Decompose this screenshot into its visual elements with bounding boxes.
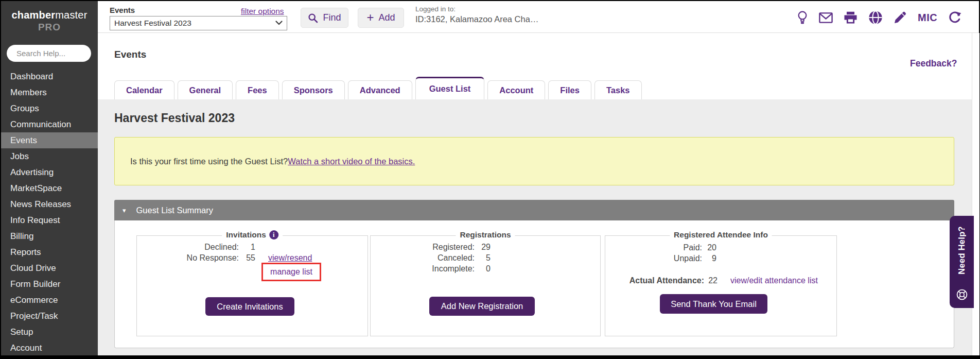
create-invitations-button[interactable]: Create Invitations <box>205 297 294 316</box>
incomplete-label: Incomplete: <box>371 264 475 273</box>
lightbulb-icon[interactable] <box>797 10 808 25</box>
info-icon[interactable]: i <box>269 230 278 240</box>
filter-options-link[interactable]: filter options <box>241 7 288 16</box>
sidebar-item-account[interactable]: Account <box>1 340 98 356</box>
sidebar-item-reports[interactable]: Reports <box>1 244 98 260</box>
tab-account[interactable]: Account <box>487 80 545 99</box>
chevron-down-icon <box>275 21 283 25</box>
feedback-link[interactable]: Feedback? <box>910 58 964 69</box>
manage-list-link[interactable]: manage list <box>270 267 312 277</box>
app-logo: chambermaster <box>1 9 98 21</box>
help-search-box <box>7 45 91 62</box>
declined-row: Declined: 1 <box>137 243 255 252</box>
event-select-value: Harvest Festival 2023 <box>114 19 191 28</box>
paid-value: 20 <box>702 243 716 252</box>
actual-attendance-row: Actual Attendance: 22 view/edit attendan… <box>605 276 818 285</box>
topbar-icon-row: MIC <box>797 8 961 27</box>
mic-association-label[interactable]: MIC <box>918 12 937 24</box>
registered-row: Registered: 29 <box>371 243 491 252</box>
watch-video-link[interactable]: Watch a short video of the basics. <box>288 157 415 166</box>
need-help-label: Need Help? <box>957 226 967 275</box>
paid-row: Paid: 20 <box>605 243 716 252</box>
globe-icon[interactable] <box>868 10 883 25</box>
sidebar-item-jobs[interactable]: Jobs <box>1 148 98 164</box>
unpaid-label: Unpaid: <box>605 254 702 263</box>
registered-value: 29 <box>475 243 491 252</box>
attendee-info-legend: Registered Attendee Info <box>670 230 772 240</box>
sidebar-item-form-builder[interactable]: Form Builder <box>1 276 98 292</box>
help-search-input[interactable] <box>15 48 84 58</box>
print-icon[interactable] <box>844 11 857 24</box>
logo-pro-text: PRO <box>1 22 98 33</box>
invitations-fieldset: Invitations i Declined: 1 No Response: 5… <box>136 235 368 336</box>
registrations-fieldset: Registrations Registered: 29 Canceled: 5… <box>370 235 601 336</box>
registrations-legend-text: Registrations <box>460 230 511 240</box>
view-resend-link[interactable]: view/resend <box>268 253 312 263</box>
sidebar-item-marketspace[interactable]: MarketSpace <box>1 180 98 196</box>
tab-bar: Calendar General Fees Sponsors Advanced … <box>114 78 642 99</box>
sidebar-item-groups[interactable]: Groups <box>1 100 98 116</box>
sidebar-item-billing[interactable]: Billing <box>1 228 98 244</box>
send-thank-you-email-button[interactable]: Send Thank You Email <box>660 294 767 314</box>
plus-icon: + <box>366 11 374 24</box>
attendee-info-legend-text: Registered Attendee Info <box>674 230 768 240</box>
guest-list-summary-panel: Invitations i Declined: 1 No Response: 5… <box>114 220 954 348</box>
add-new-registration-button[interactable]: Add New Registration <box>429 297 535 316</box>
attendee-info-fieldset: Registered Attendee Info Paid: 20 Unpaid… <box>605 235 837 336</box>
paid-label: Paid: <box>605 243 702 252</box>
sidebar-item-dashboard[interactable]: Dashboard <box>1 69 98 84</box>
need-help-tab[interactable]: Need Help? <box>950 216 974 308</box>
tab-general[interactable]: General <box>178 80 233 99</box>
tab-files[interactable]: Files <box>548 80 591 99</box>
sidebar-item-news-releases[interactable]: News Releases <box>1 196 98 212</box>
no-response-row: No Response: 55 <box>137 253 255 263</box>
invitations-legend: Invitations i <box>222 230 283 240</box>
event-select[interactable]: Harvest Festival 2023 <box>110 16 287 30</box>
canceled-value: 5 <box>475 253 491 263</box>
declined-value: 1 <box>239 243 255 252</box>
sidebar-item-communication[interactable]: Communication <box>1 116 98 132</box>
tab-guest-list[interactable]: Guest List <box>415 77 485 99</box>
refresh-icon[interactable] <box>948 11 961 24</box>
event-title: Harvest Festival 2023 <box>114 111 235 125</box>
annotation-highlight-box: manage list <box>261 263 321 281</box>
module-label: Events <box>110 6 135 14</box>
incomplete-value: 0 <box>475 264 491 273</box>
tab-fees[interactable]: Fees <box>236 80 279 99</box>
view-edit-attendance-link[interactable]: view/edit attendance list <box>730 276 818 285</box>
tab-advanced[interactable]: Advanced <box>348 80 412 99</box>
canceled-row: Canceled: 5 <box>371 253 491 263</box>
find-button-label: Find <box>323 12 341 23</box>
declined-label: Declined: <box>137 243 239 252</box>
add-button-label: Add <box>378 12 395 23</box>
canceled-label: Canceled: <box>371 253 475 263</box>
search-icon <box>308 13 318 23</box>
sidebar-item-setup[interactable]: Setup <box>1 324 98 340</box>
guest-list-summary-label: Guest List Summary <box>136 206 213 215</box>
find-button[interactable]: Find <box>301 8 348 28</box>
guest-list-summary-header[interactable]: ▾ Guest List Summary <box>114 200 954 220</box>
logged-in-org-value: ID:3162, Kalamazoo Area Cha… <box>415 14 538 24</box>
tab-calendar[interactable]: Calendar <box>114 80 174 99</box>
edit-pencil-icon[interactable] <box>894 11 907 24</box>
actual-attendance-label: Actual Attendance: <box>605 276 704 285</box>
mail-icon[interactable] <box>819 12 833 23</box>
sidebar-item-members[interactable]: Members <box>1 84 98 100</box>
add-button[interactable]: + Add <box>358 8 404 28</box>
notice-text: Is this your first time using the Guest … <box>130 157 288 166</box>
actual-attendance-value: 22 <box>704 276 717 285</box>
tab-sponsors[interactable]: Sponsors <box>282 80 345 99</box>
logged-in-to-label: Logged in to: <box>415 5 456 13</box>
registrations-legend: Registrations <box>456 230 515 240</box>
tab-tasks[interactable]: Tasks <box>594 80 642 99</box>
sidebar-item-project-task[interactable]: Project/Task <box>1 308 98 324</box>
unpaid-row: Unpaid: 9 <box>605 254 716 263</box>
sidebar-item-ecommerce[interactable]: eCommerce <box>1 292 98 308</box>
logo-bold-text: chamber <box>11 9 55 21</box>
sidebar-item-cloud-drive[interactable]: Cloud Drive <box>1 260 98 276</box>
sidebar-item-advertising[interactable]: Advertising <box>1 164 98 180</box>
sidebar-item-events[interactable]: Events <box>1 132 98 148</box>
no-response-label: No Response: <box>137 253 239 263</box>
collapse-triangle-icon[interactable]: ▾ <box>122 207 126 214</box>
sidebar-item-info-request[interactable]: Info Request <box>1 212 98 228</box>
